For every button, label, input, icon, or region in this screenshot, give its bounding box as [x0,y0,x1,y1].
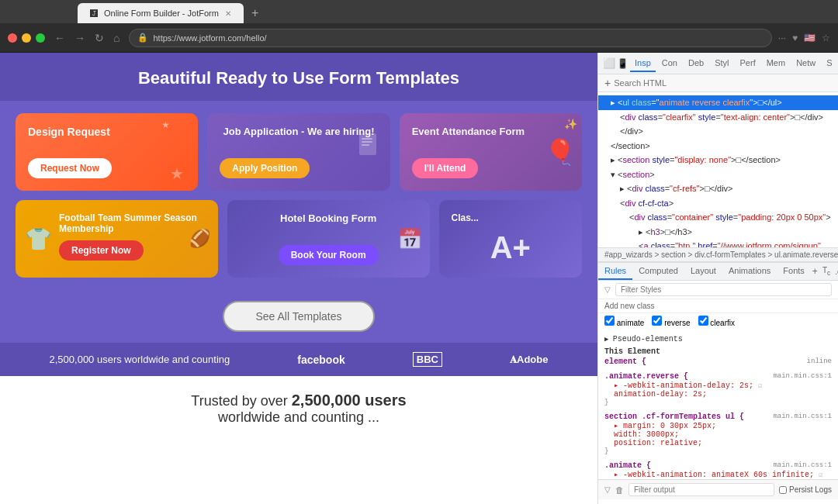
clearfix-checkbox-label[interactable]: clearfix [698,316,735,327]
card-title: Job Application - We are hiring! [220,126,377,137]
styles-tabs: Rules Computed Layout Animations Fonts +… [598,263,838,281]
styles-tc-icon[interactable]: Tc [821,264,832,278]
html-line-8[interactable]: <div cf-cf-cta> [598,196,838,211]
styles-tab-layout[interactable]: Layout [684,263,722,280]
html-line-2[interactable]: <div class="clearfix" style="text-align:… [598,110,838,125]
refresh-button[interactable]: ↻ [92,30,107,46]
adobe-logo: 𝐀Adobe [510,354,548,366]
devtools-tab-console[interactable]: Con [657,55,682,72]
footer-text: 2,500,000 users worldwide and counting [50,354,230,365]
add-class-area: Add new class [598,299,838,313]
styles-filter-input[interactable] [615,283,832,296]
traffic-lights [8,33,45,43]
bbc-logo: BBC [413,352,442,367]
filter-icon: ▽ [604,485,611,494]
prop-animation-delay: animation-delay: 2s; [614,390,832,399]
facebook-logo: facebook [297,354,345,366]
clearfix-checkbox[interactable] [698,316,708,326]
source-main3: main.min.css:1 [773,461,832,469]
devtools-tab-inspector[interactable]: Insp [630,55,656,72]
styles-add-icon[interactable]: + [811,264,819,278]
new-tab-button[interactable]: + [244,3,266,23]
devtools-tab-debugger[interactable]: Deb [684,55,708,72]
devtools-tab-mem[interactable]: Mem [762,55,790,72]
html-line-selected[interactable]: ▸ <ul class="animate reverse clearfix">□… [598,95,838,110]
prop-margin: ▸ margin: 0 30px 25px; [614,421,832,430]
star-icon: ☆ [822,33,830,43]
reverse-checkbox[interactable] [652,316,662,326]
devtools-tab-network[interactable]: Netw [791,55,820,72]
minimize-button[interactable] [22,33,31,43]
heart-icon: ♥ [792,33,798,43]
devtools-tab-styles[interactable]: Styl [710,55,733,72]
styles-tab-animations[interactable]: Animations [722,263,777,280]
card-title: Event Attendance Form [412,126,570,137]
book-room-btn[interactable]: Book Your Room [279,245,379,265]
back-button[interactable]: ← [51,30,68,46]
templates-section: ★ ★ Design Request Request Now Job Appli… [0,101,597,290]
trust-line2: worldwide and counting ... [16,409,582,426]
persist-logs-text: Persist Logs [789,485,832,494]
styles-tab-fonts[interactable]: Fonts [777,263,811,280]
devtools-panel: ⬜ 📱 Insp Con Deb Styl Perf Mem Netw S ⚙ … [597,53,838,504]
source-main1: main.min.css:1 [773,372,832,380]
extensions-icon: ··· [778,33,786,43]
devtools-tab-perf[interactable]: Perf [736,55,760,72]
page-footer: 2,500,000 users worldwide and counting f… [0,343,597,376]
devtools-inspect-icon[interactable]: ⬜ [603,57,615,69]
devtools-tab-s[interactable]: S [822,55,836,72]
star-deco: ★ [170,164,184,183]
browser-tab[interactable]: 🅹 Online Form Builder - JotForm ✕ [78,3,244,23]
main-layout: Beautiful Ready to Use Form Templates ★ … [0,53,838,504]
trust-line1: Trusted by over 2,500,000 users [16,392,582,409]
job-apply-btn[interactable]: Apply Position [220,158,310,178]
design-request-btn[interactable]: Request Now [28,158,112,178]
home-button[interactable]: ⌂ [110,30,123,46]
styles-content: Pseudo-elements This Element element { i… [598,330,838,479]
forward-button[interactable]: → [71,30,88,46]
template-cards-row2: 👕 Football Team Summer Season Membership… [16,200,582,278]
html-line-5[interactable]: ▸ <section style="display: none">□</sect… [598,153,838,167]
flag-icon: 🇺🇸 [804,33,815,43]
styles-tab-computed[interactable]: Computed [632,263,684,280]
attend-btn[interactable]: I'll Attend [412,158,479,178]
persist-logs-checkbox[interactable] [779,486,787,494]
reverse-checkbox-label[interactable]: reverse [652,316,690,327]
class-checkboxes: animate reverse clearfix [598,313,838,330]
html-line-4[interactable]: </section> [598,139,838,154]
class-card: Clas... A+ [439,200,583,278]
html-line-9[interactable]: <div class="container" style="padding: 2… [598,210,838,225]
class-display: A+ [452,230,570,265]
html-line-11[interactable]: <a class="btn " href="//www.jotform.com/… [598,239,838,247]
pseudo-elements-toggle[interactable]: Pseudo-elements [604,333,832,346]
filter-output-input[interactable] [628,483,774,496]
persist-logs-label[interactable]: Persist Logs [779,485,832,494]
football-card: 👕 Football Team Summer Season Membership… [16,200,218,278]
address-bar[interactable]: 🔒 https://www.jotform.com/hello/ [129,29,771,47]
styles-cls-icon[interactable]: .cls [833,266,838,278]
selector-animate-reverse: .animate.reverse { [604,372,688,381]
close-button[interactable] [8,33,17,43]
animate-checkbox[interactable] [604,316,615,326]
html-search-bar: + [598,74,838,92]
html-line-7[interactable]: ▸ <div class="cf-refs">□</div> [598,181,838,196]
animate-checkbox-label[interactable]: animate [604,316,644,327]
tab-close-btn[interactable]: ✕ [225,9,231,18]
devtools-mobile-icon[interactable]: 📱 [617,58,628,69]
style-rule-animate: .animate { main.min.css:1 ▸ -webkit-anim… [604,461,832,479]
html-line-3[interactable]: </div> [598,124,838,139]
page-header: Beautiful Ready to Use Form Templates [0,53,597,101]
maximize-button[interactable] [36,33,45,43]
source-main2: main.min.css:1 [773,413,832,420]
styles-tab-rules[interactable]: Rules [598,263,632,280]
html-search-input[interactable] [614,78,832,88]
html-line-10[interactable]: ▸ <h3>□</h3> [598,225,838,240]
register-btn[interactable]: Register Now [59,240,144,261]
svg-rect-3 [362,144,369,146]
calendar-icon: 📅 [397,227,422,251]
plus-icon[interactable]: + [604,77,611,89]
document-icon [358,133,381,164]
job-application-card: Job Application - We are hiring! Apply P… [207,113,390,191]
see-all-templates-btn[interactable]: See All Templates [223,301,374,332]
html-line-6[interactable]: ▾ <section> [598,167,838,182]
